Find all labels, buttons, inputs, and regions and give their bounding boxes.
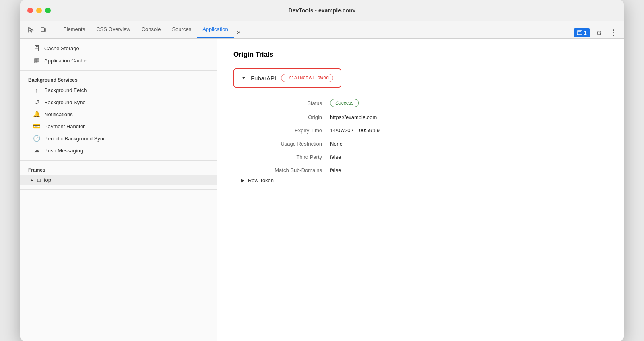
grid-icon: ▦ xyxy=(33,57,40,64)
tab-application[interactable]: Application xyxy=(197,21,234,38)
minimize-button[interactable] xyxy=(36,8,42,13)
details-table: Status Success Origin https://example.co… xyxy=(242,99,608,173)
origin-value: https://example.com xyxy=(330,114,608,120)
sidebar-item-application-cache[interactable]: ▦ Application Cache xyxy=(20,54,217,66)
expand-icon: ▶ xyxy=(31,178,33,182)
tab-console[interactable]: Console xyxy=(136,21,167,38)
svg-rect-1 xyxy=(44,29,46,31)
tab-css-overview[interactable]: CSS Overview xyxy=(91,21,136,38)
issues-count: 1 xyxy=(584,30,587,36)
sidebar-item-periodic-background-sync[interactable]: 🕐 Periodic Background Sync xyxy=(20,132,217,144)
frame-icon: □ xyxy=(37,177,41,183)
third-party-label: Third Party xyxy=(242,154,330,160)
tabbar-tools xyxy=(25,21,54,38)
raw-token-expand-arrow: ▶ xyxy=(242,178,245,183)
issues-badge-button[interactable]: 1 xyxy=(574,28,590,37)
status-value: Success xyxy=(330,99,608,107)
sidebar-item-background-fetch[interactable]: ↕ Background Fetch xyxy=(20,84,217,96)
success-badge: Success xyxy=(330,99,359,107)
svg-rect-0 xyxy=(41,28,44,32)
more-options-button[interactable]: ⋮ xyxy=(608,27,619,38)
raw-token-row[interactable]: ▶ Raw Token xyxy=(242,177,608,183)
api-name: FubarAPI xyxy=(251,75,276,82)
frames-title: Frames xyxy=(20,165,217,175)
origin-label: Origin xyxy=(242,114,330,120)
maximize-button[interactable] xyxy=(45,8,51,13)
window-controls xyxy=(27,8,51,13)
sidebar-item-cache-storage[interactable]: 🗄 Cache Storage xyxy=(20,43,217,54)
content-panel: Origin Trials ▼ FubarAPI TrialNotAllowed… xyxy=(217,39,624,341)
tab-elements[interactable]: Elements xyxy=(58,21,91,38)
expiry-time-value: 14/07/2021, 00:59:59 xyxy=(330,127,608,134)
clock-icon: 🕐 xyxy=(33,135,40,142)
main-area: 🗄 Cache Storage ▦ Application Cache Back… xyxy=(20,39,624,341)
tab-sources[interactable]: Sources xyxy=(166,21,197,38)
tab-more-button[interactable]: » xyxy=(234,26,244,38)
window-title: DevTools - example.com/ xyxy=(288,7,355,14)
match-subdomains-value: false xyxy=(330,167,608,173)
sidebar-item-background-sync[interactable]: ↺ Background Sync xyxy=(20,96,217,108)
tabbar: Elements CSS Overview Console Sources Ap… xyxy=(20,21,624,39)
usage-restriction-label: Usage Restriction xyxy=(242,141,330,147)
bell-icon: 🔔 xyxy=(33,111,40,118)
sidebar: 🗄 Cache Storage ▦ Application Cache Back… xyxy=(20,39,217,341)
cursor-tool-button[interactable] xyxy=(25,24,36,35)
third-party-value: false xyxy=(330,154,608,160)
frames-section: Frames ▶ □ top xyxy=(20,161,217,190)
updown-icon: ↕ xyxy=(33,87,40,94)
sidebar-item-notifications[interactable]: 🔔 Notifications xyxy=(20,108,217,120)
sidebar-item-payment-handler[interactable]: 💳 Payment Handler xyxy=(20,120,217,132)
content-title: Origin Trials xyxy=(233,51,608,59)
settings-button[interactable]: ⚙ xyxy=(593,27,605,38)
storage-section: 🗄 Cache Storage ▦ Application Cache xyxy=(20,39,217,71)
status-label: Status xyxy=(242,100,330,106)
api-expand-arrow: ▼ xyxy=(242,76,246,80)
background-services-section: Background Services ↕ Background Fetch ↺… xyxy=(20,71,217,161)
devtools-window: DevTools - example.com/ Elements CSS Ove… xyxy=(20,0,624,341)
match-subdomains-label: Match Sub-Domains xyxy=(242,167,330,173)
svg-rect-2 xyxy=(577,31,582,35)
cloud-icon: ☁ xyxy=(33,147,40,154)
sync-icon: ↺ xyxy=(33,99,40,106)
api-row[interactable]: ▼ FubarAPI TrialNotAllowed xyxy=(233,68,341,88)
expiry-time-label: Expiry Time xyxy=(242,127,330,134)
titlebar: DevTools - example.com/ xyxy=(20,0,624,21)
usage-restriction-value: None xyxy=(330,141,608,147)
tabbar-right-actions: 1 ⚙ ⋮ xyxy=(574,27,619,38)
sidebar-item-top-frame[interactable]: ▶ □ top xyxy=(20,175,217,185)
sidebar-item-push-messaging[interactable]: ☁ Push Messaging xyxy=(20,144,217,156)
card-icon: 💳 xyxy=(33,123,40,130)
device-toggle-button[interactable] xyxy=(38,24,49,35)
background-services-title: Background Services xyxy=(20,75,217,84)
raw-token-label: Raw Token xyxy=(248,177,274,183)
trial-not-allowed-badge: TrialNotAllowed xyxy=(281,74,333,82)
close-button[interactable] xyxy=(27,8,33,13)
database-icon: 🗄 xyxy=(33,45,40,52)
